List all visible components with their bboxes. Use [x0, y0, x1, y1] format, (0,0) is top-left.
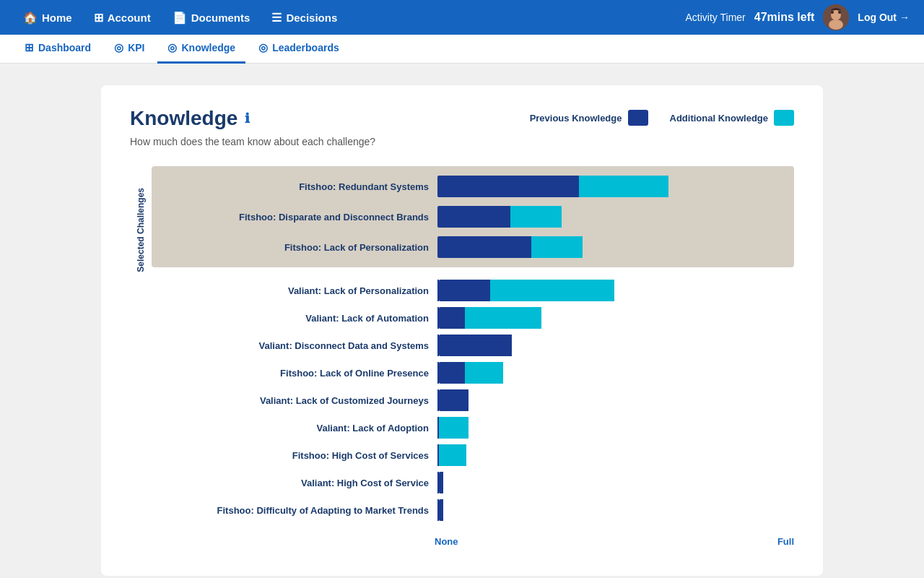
page-title: Knowledge ℹ: [130, 107, 375, 130]
page-subtitle: How much does the team know about each c…: [130, 136, 375, 147]
kpi-icon: ◎: [114, 41, 123, 54]
bar-add: [510, 206, 562, 228]
bar-label: Valiant: Lack of Customized Journeys: [163, 395, 437, 406]
selected-bar-row: Fitshoo: Redundant Systems: [163, 175, 783, 198]
home-icon: 🏠: [23, 11, 38, 25]
knowledge-card: Knowledge ℹ How much does the team know …: [101, 85, 823, 576]
other-challenges-section: Valiant: Lack of PersonalizationValiant:…: [152, 276, 794, 529]
nav-documents[interactable]: 📄 Documents: [164, 11, 259, 25]
nav-home[interactable]: 🏠 Home: [14, 11, 81, 25]
other-bar-row: Valiant: High Cost of Service: [163, 471, 783, 494]
svg-point-3: [831, 11, 834, 14]
bar-track: [437, 307, 783, 329]
bar-add: [531, 236, 583, 258]
selected-bar-row: Fitshoo: Lack of Personalization: [163, 236, 783, 259]
subnav-leaderboards[interactable]: ◎ Leaderboards: [248, 35, 349, 64]
legend-add-color: [774, 110, 794, 126]
decisions-icon: ☰: [271, 11, 282, 25]
subnav-knowledge[interactable]: ◎ Knowledge: [157, 35, 245, 64]
dashboard-icon: ⊞: [25, 41, 34, 54]
other-bar-row: Valiant: Lack of Customized Journeys: [163, 389, 783, 412]
bar-label: Valiant: Disconnect Data and Systems: [163, 340, 437, 351]
x-axis-full: Full: [777, 536, 794, 547]
other-bar-row: Valiant: Lack of Adoption: [163, 416, 783, 439]
bar-add: [439, 444, 466, 466]
bar-track: [437, 206, 783, 228]
bar-prev: [439, 280, 490, 301]
nav-decisions[interactable]: ☰ Decisions: [263, 11, 346, 25]
chart-container: Selected Challenges Fitshoo: Redundant S…: [130, 166, 794, 547]
bar-prev: [437, 176, 579, 197]
bar-track: [437, 472, 783, 493]
svg-point-2: [829, 20, 843, 30]
bar-add: [490, 280, 614, 301]
documents-icon: 📄: [173, 11, 187, 25]
account-icon: ⊞: [94, 11, 103, 25]
bar-prev: [439, 362, 465, 384]
bar-add: [439, 417, 468, 439]
x-axis: None Full: [435, 529, 794, 547]
selected-challenges-section: Fitshoo: Redundant SystemsFitshoo: Dispa…: [152, 166, 794, 267]
bar-label: Valiant: Lack of Adoption: [163, 423, 437, 434]
other-bar-row: Fitshoo: High Cost of Services: [163, 444, 783, 467]
activity-timer-label: Activity Timer: [686, 12, 746, 23]
bar-label: Fitshoo: Redundant Systems: [163, 181, 437, 192]
other-bar-row: Fitshoo: Difficulty of Adapting to Marke…: [163, 499, 783, 522]
bar-track: [437, 389, 783, 411]
bar-label: Fitshoo: High Cost of Services: [163, 450, 437, 461]
bar-label: Fitshoo: Lack of Personalization: [163, 242, 437, 253]
bar-prev: [437, 236, 531, 258]
bar-label: Fitshoo: Lack of Online Presence: [163, 368, 437, 379]
bar-prev: [439, 307, 465, 329]
bar-track: [437, 444, 783, 466]
logout-button[interactable]: Log Out →: [858, 12, 910, 23]
subnav-kpi[interactable]: ◎ KPI: [104, 35, 154, 64]
other-bar-row: Valiant: Disconnect Data and Systems: [163, 334, 783, 357]
bar-prev: [439, 499, 443, 521]
bar-track: [437, 335, 783, 356]
bar-add: [465, 362, 503, 384]
bar-track: [437, 362, 783, 384]
selected-bar-row: Fitshoo: Disparate and Disconnect Brands: [163, 205, 783, 228]
x-axis-none: None: [435, 536, 458, 547]
nav-account[interactable]: ⊞ Account: [85, 11, 160, 25]
y-axis-label: Selected Challenges: [130, 173, 152, 287]
bar-label: Valiant: Lack of Automation: [163, 313, 437, 324]
bar-prev: [439, 472, 443, 493]
bar-prev: [439, 335, 512, 356]
knowledge-icon: ◎: [167, 41, 177, 54]
bar-prev: [437, 206, 510, 228]
legend-additional: Additional Knowledge: [670, 110, 795, 126]
bar-label: Fitshoo: Difficulty of Adapting to Marke…: [163, 505, 437, 516]
bar-label: Fitshoo: Disparate and Disconnect Brands: [163, 212, 437, 223]
chart-inner: Fitshoo: Redundant SystemsFitshoo: Dispa…: [152, 166, 794, 547]
bar-label: Valiant: Lack of Personalization: [163, 285, 437, 296]
other-bar-row: Fitshoo: Lack of Online Presence: [163, 361, 783, 384]
bar-track: [437, 236, 783, 258]
legend-previous: Previous Knowledge: [530, 110, 648, 126]
avatar[interactable]: [823, 4, 849, 30]
bar-track: [437, 176, 783, 197]
bar-track: [437, 417, 783, 439]
bar-track: [437, 280, 783, 301]
legend-prev-color: [628, 110, 648, 126]
info-icon[interactable]: ℹ: [245, 111, 250, 126]
other-bar-row: Valiant: Lack of Automation: [163, 306, 783, 329]
leaderboards-icon: ◎: [258, 41, 268, 54]
bar-prev: [439, 389, 468, 411]
svg-point-4: [838, 11, 841, 14]
bar-label: Valiant: High Cost of Service: [163, 478, 437, 488]
bar-track: [437, 499, 783, 521]
subnav-dashboard[interactable]: ⊞ Dashboard: [14, 35, 101, 64]
time-left: 47mins left: [754, 11, 815, 24]
bar-add: [579, 176, 668, 197]
bar-add: [465, 307, 542, 329]
other-bar-row: Valiant: Lack of Personalization: [163, 279, 783, 302]
